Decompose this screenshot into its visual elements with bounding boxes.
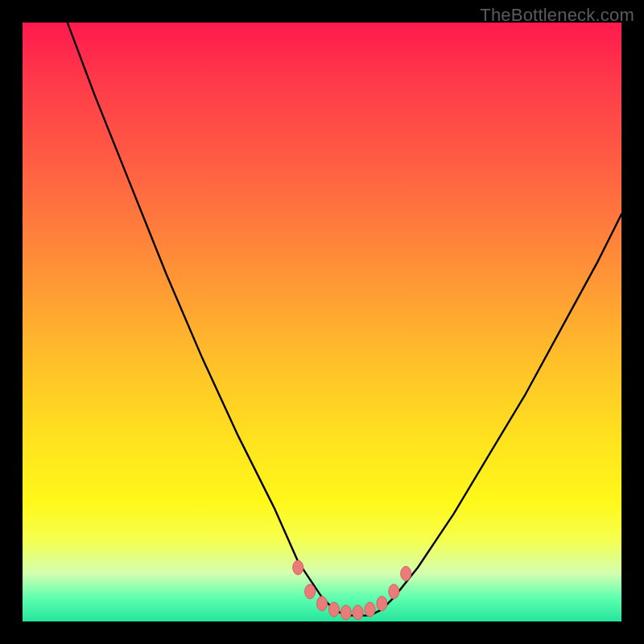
chart-svg — [23, 23, 621, 621]
curve-marker — [293, 560, 303, 575]
curve-marker — [401, 567, 411, 581]
bottleneck-curve — [23, 23, 621, 616]
chart-plot-area — [23, 23, 621, 621]
curve-marker — [353, 605, 363, 620]
curve-marker — [328, 602, 339, 617]
curve-marker — [341, 605, 351, 620]
curve-markers — [293, 560, 411, 620]
watermark-text: TheBottleneck.com — [480, 5, 634, 26]
curve-marker — [377, 597, 387, 611]
curve-marker — [305, 584, 316, 599]
curve-marker — [389, 584, 399, 599]
chart-frame: TheBottleneck.com — [0, 0, 644, 644]
curve-marker — [365, 602, 375, 617]
curve-marker — [317, 597, 328, 611]
